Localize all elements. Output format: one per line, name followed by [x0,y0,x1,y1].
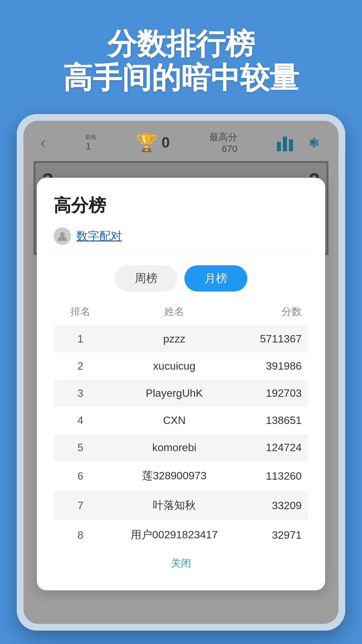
phone-inner: ‹ 阶段 1 🏆 0 最高分 670 [23,121,339,624]
table-row: 3 PlayergUhK 192703 [54,380,308,407]
table-row: 1 pzzz 5711367 [54,325,308,353]
dialog-bottom: 关闭 [54,556,308,570]
row-rank: 7 [60,499,101,512]
row-score: 138651 [248,414,302,427]
trophy-icon: 🏆 [136,132,158,153]
game-name-row: 数字配对 [54,227,308,253]
tab-monthly[interactable]: 月榜 [184,265,247,291]
bar-chart-icon[interactable] [277,134,294,151]
header-line2: 高手间的暗中较量 [0,61,362,95]
game-topbar: ‹ 阶段 1 🏆 0 最高分 670 [23,121,339,161]
row-score: 113260 [248,470,302,482]
tab-weekly[interactable]: 周榜 [115,265,178,291]
phone-mockup: ‹ 阶段 1 🏆 0 最高分 670 [17,114,345,631]
tab-row: 周榜 月榜 [54,265,308,291]
leaderboard-dialog: 高分榜 数字配对 周榜 月榜 排名 [37,178,325,590]
row-score: 192703 [248,387,302,399]
user-avatar-icon [54,227,71,245]
table-body: 1 pzzz 5711367 2 xucuicug 391986 3 Playe… [54,325,308,550]
header-score: 分数 [248,305,302,319]
table-header: 排名 姓名 分数 [54,305,308,325]
row-rank: 8 [60,529,101,541]
current-score: 0 [162,134,170,151]
row-name: PlayergUhK [101,387,248,399]
row-name: xucuicug [101,360,248,372]
table-row: 4 CXN 138651 [54,407,308,434]
row-name: komorebi [101,441,248,454]
trophy-score-area: 🏆 0 [136,132,170,153]
topbar-icons [277,134,322,151]
settings-icon[interactable] [304,134,322,151]
close-hint[interactable]: 关闭 [171,557,191,569]
row-name: 叶落知秋 [101,498,248,513]
row-rank: 4 [60,414,101,427]
back-button[interactable]: ‹ [40,132,46,153]
table-row: 7 叶落知秋 33209 [54,491,308,520]
stage-value: 1 [85,141,91,152]
table-row: 8 用户00291823417 32971 [54,520,308,550]
dialog-title: 高分榜 [54,194,308,217]
game-background: ‹ 阶段 1 🏆 0 最高分 670 [23,121,339,624]
row-rank: 3 [60,387,101,399]
row-name: 莲328900973 [101,469,248,483]
row-score: 33209 [248,499,302,512]
header-line1: 分数排行榜 [0,27,362,61]
game-name-link[interactable]: 数字配对 [76,228,122,244]
stage-label: 阶段 [85,134,96,141]
row-rank: 1 [60,333,101,345]
row-score: 124724 [248,441,302,454]
row-rank: 5 [60,441,101,454]
row-rank: 2 [60,360,101,372]
best-score-value: 670 [222,144,237,154]
leaderboard-table: 排名 姓名 分数 1 pzzz 5711367 2 xucuicug 39198… [54,305,308,550]
row-score: 391986 [248,360,302,372]
header-name: 姓名 [101,305,248,319]
header-section: 分数排行榜 高手间的暗中较量 [0,0,362,95]
row-name: pzzz [101,333,248,345]
row-name: 用户00291823417 [101,528,248,542]
best-score-label: 最高分 [209,131,237,144]
row-score: 32971 [248,529,302,541]
row-score: 5711367 [248,333,302,345]
svg-point-0 [60,232,65,237]
table-row: 5 komorebi 124724 [54,434,308,461]
header-rank: 排名 [60,305,101,319]
table-row: 2 xucuicug 391986 [54,353,308,380]
table-row: 6 莲328900973 113260 [54,461,308,491]
row-rank: 6 [60,470,101,482]
row-name: CXN [101,414,248,427]
